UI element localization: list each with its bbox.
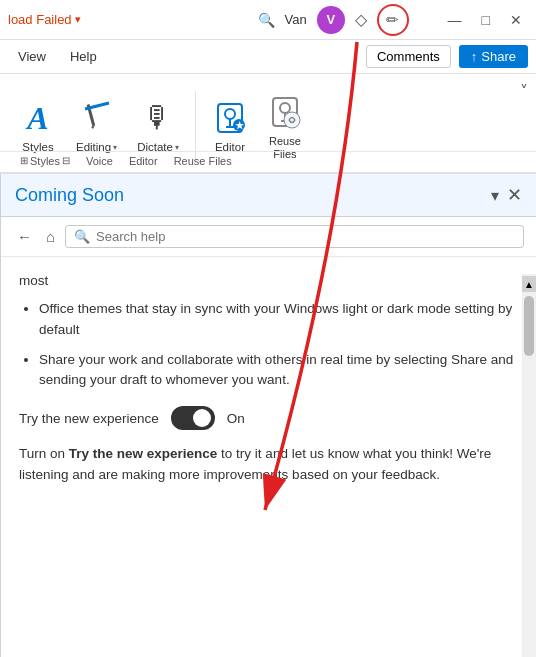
title-bar-center: 🔍 Van V ◇ ✏ — [225, 4, 442, 36]
menu-view[interactable]: View — [8, 45, 56, 68]
ribbon-group-editing[interactable]: Editing ▾ — [68, 93, 125, 159]
menu-right: Comments ↑ Share — [366, 45, 528, 68]
nav-home-button[interactable]: ⌂ — [42, 226, 59, 247]
panel-header: Coming Soon ▾ ✕ — [1, 174, 536, 217]
editor-icon: ★ — [213, 97, 247, 139]
load-failed-text: load Failed ▾ — [8, 12, 81, 27]
share-icon: ↑ — [471, 49, 478, 64]
scrollbar-thumb[interactable] — [524, 296, 534, 356]
search-icon: 🔍 — [74, 229, 90, 244]
styles-footer-icon-left: ⊞ — [20, 155, 28, 166]
ribbon-group-dictate[interactable]: 🎙 Dictate ▾ — [129, 93, 187, 159]
styles-icon: A — [27, 97, 48, 139]
panel-dropdown-button[interactable]: ▾ — [491, 186, 499, 205]
toggle-switch[interactable] — [171, 406, 215, 430]
menu-bar: View Help Comments ↑ Share — [0, 40, 536, 74]
panel-close-button[interactable]: ✕ — [507, 184, 522, 206]
ribbon-footer-reuse: Reuse Files — [166, 155, 240, 167]
editing-icon — [81, 97, 113, 139]
toggle-section: Try the new experience On — [19, 406, 518, 430]
styles-footer-icon-right: ⊟ — [62, 155, 70, 166]
svg-point-3 — [225, 109, 235, 119]
minimize-button[interactable]: — — [442, 10, 468, 30]
scrollbar-track: ▲ — [522, 274, 536, 657]
ribbon-footer-editor: Editor — [121, 155, 166, 167]
search-icon[interactable]: 🔍 — [258, 12, 275, 28]
maximize-button[interactable]: □ — [476, 10, 496, 30]
dictate-icon: 🎙 — [143, 97, 173, 139]
title-bar: load Failed ▾ 🔍 Van V ◇ ✏ — □ ✕ — [0, 0, 536, 40]
pen-icon: ✏ — [386, 11, 399, 29]
ribbon-footer-voice: Voice — [78, 155, 121, 167]
panel: Coming Soon ▾ ✕ ← ⌂ 🔍 most Office themes… — [0, 174, 536, 657]
share-button[interactable]: ↑ Share — [459, 45, 528, 68]
reuse-icon — [268, 91, 302, 133]
diamond-icon: ◇ — [355, 10, 367, 29]
comments-button[interactable]: Comments — [366, 45, 451, 68]
avatar[interactable]: V — [317, 6, 345, 34]
title-bar-right: — □ ✕ — [442, 10, 528, 30]
svg-point-8 — [284, 112, 300, 128]
list-item-2: Share your work and collaborate with oth… — [39, 350, 518, 391]
list-item-1: Office themes that stay in sync with you… — [39, 299, 518, 340]
svg-text:★: ★ — [234, 120, 244, 131]
nav-back-button[interactable]: ← — [13, 226, 36, 247]
panel-header-right: ▾ ✕ — [491, 184, 522, 206]
ribbon: A Styles Editing ▾ 🎙 Dictate ▾ — [0, 74, 536, 174]
title-bar-left: load Failed ▾ — [8, 12, 225, 27]
panel-title: Coming Soon — [15, 185, 124, 206]
toggle-label: Try the new experience — [19, 411, 159, 426]
panel-nav: ← ⌂ 🔍 — [1, 217, 536, 257]
ribbon-footer: ⊞ Styles ⊟ Voice Editor Reuse Files — [0, 151, 536, 169]
share-label: Share — [481, 49, 516, 64]
expand-ribbon-button[interactable]: ˅ — [520, 82, 528, 101]
ribbon-footer-styles: ⊞ Styles ⊟ — [12, 155, 78, 167]
panel-footer-text: Turn on Try the new experience to try it… — [19, 444, 518, 485]
search-box: 🔍 — [65, 225, 524, 248]
svg-point-7 — [280, 103, 290, 113]
menu-help[interactable]: Help — [60, 45, 107, 68]
scrollbar-up-button[interactable]: ▲ — [522, 276, 536, 292]
toggle-knob — [193, 409, 211, 427]
comments-label: Comments — [377, 49, 440, 64]
panel-content: most Office themes that stay in sync wit… — [1, 257, 536, 640]
close-button[interactable]: ✕ — [504, 10, 528, 30]
intro-text: most — [19, 271, 518, 291]
toggle-on-label: On — [227, 411, 245, 426]
pen-circle-icon[interactable]: ✏ — [377, 4, 409, 36]
user-name: Van — [285, 12, 307, 27]
footer-bold: Try the new experience — [69, 446, 218, 461]
ribbon-group-editor[interactable]: ★ Editor — [204, 93, 256, 159]
search-input[interactable] — [96, 229, 515, 244]
ribbon-group-styles[interactable]: A Styles — [12, 93, 64, 159]
features-list: Office themes that stay in sync with you… — [19, 299, 518, 390]
